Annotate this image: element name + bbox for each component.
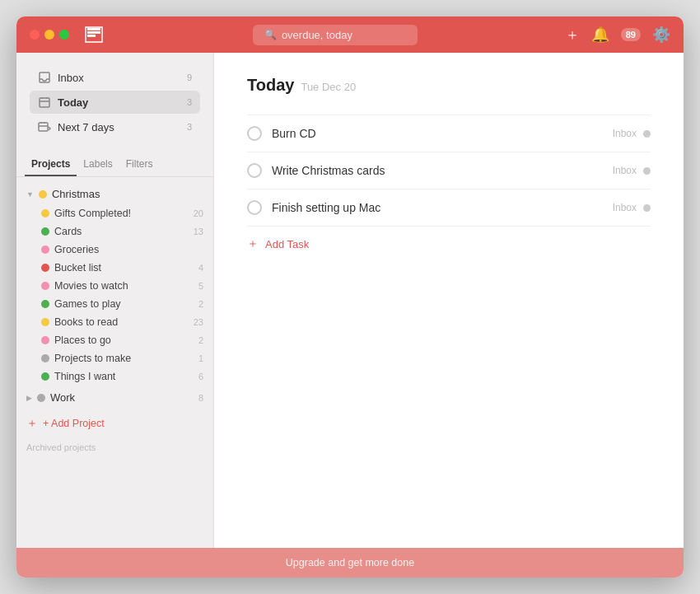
project-item-cards[interactable]: Cards 13 [16,222,213,241]
task-item: Burn CD Inbox [247,115,651,152]
task-name-1: Burn CD [272,127,603,140]
task-meta-1: Inbox [613,128,651,139]
places-label: Places to go [54,334,194,346]
content-area: Today Tue Dec 20 Burn CD Inbox [214,53,684,548]
task-meta-3: Inbox [613,202,651,213]
page-header: Today Tue Dec 20 [247,76,651,95]
project-group-work-header[interactable]: ▶ Work 8 [16,387,213,408]
games-count: 2 [198,299,203,309]
games-label: Games to play [54,298,194,310]
today-count: 3 [187,97,192,107]
inbox-icon [38,71,51,84]
task-name-2: Write Christmas cards [272,164,603,177]
bell-icon[interactable]: 🔔 [591,27,609,42]
archived-projects-link[interactable]: Archived projects [16,436,213,459]
things-label: Things I want [54,371,194,382]
add-task-button[interactable]: ＋ Add Task [247,227,651,261]
books-dot [41,318,49,326]
task-item: Write Christmas cards Inbox [247,152,651,189]
tab-projects[interactable]: Projects [25,153,77,176]
places-count: 2 [198,335,203,345]
tab-filters[interactable]: Filters [119,153,160,176]
footer[interactable]: Upgrade and get more done [16,548,684,578]
projects-make-dot [41,354,49,362]
projects-make-label: Projects to make [54,353,194,364]
project-item-gifts[interactable]: Gifts Completed! 20 [16,204,213,222]
search-icon: 🔍 [264,29,277,40]
project-item-games[interactable]: Games to play 2 [16,295,213,313]
project-group-work: ▶ Work 8 [16,387,213,408]
project-group-christmas: ▼ Christmas Gifts Completed! 20 Cards 13 [16,184,213,386]
places-dot [41,336,49,344]
expand-icon: ▼ [26,190,34,199]
bucket-dot [41,264,49,272]
tab-labels[interactable]: Labels [77,153,119,176]
cards-count: 13 [194,227,203,236]
gifts-dot [41,209,49,217]
books-label: Books to read [54,316,189,328]
cards-dot [41,227,49,236]
task-meta-2: Inbox [613,165,651,176]
sidebar-item-today[interactable]: Today 3 [30,91,200,114]
movies-count: 5 [198,281,203,291]
task-tag-1: Inbox [613,128,637,139]
project-item-books[interactable]: Books to read 23 [16,313,213,331]
projects-make-count: 1 [198,353,203,363]
task-dot-1 [643,130,651,138]
task-name-3: Finish setting up Mac [272,201,603,214]
task-dot-3 [643,204,651,212]
gifts-count: 20 [194,208,203,218]
movies-dot [41,282,49,290]
inbox-label: Inbox [58,72,180,84]
task-tag-3: Inbox [613,202,637,213]
inbox-count: 9 [187,72,192,82]
today-icon [38,96,51,109]
project-item-bucket[interactable]: Bucket list 4 [16,259,213,277]
bucket-label: Bucket list [54,262,194,274]
project-item-projects-make[interactable]: Projects to make 1 [16,349,213,367]
today-label: Today [58,96,180,109]
notification-badge: 89 [621,28,641,41]
bucket-count: 4 [198,263,203,273]
settings-icon[interactable]: ⚙️ [652,27,670,42]
project-item-groceries[interactable]: Groceries [16,241,213,259]
work-label: Work [50,391,194,404]
add-project-button[interactable]: ＋ + Add Project [16,411,213,436]
work-dot [37,394,45,402]
page-date: Tue Dec 20 [301,81,356,93]
page-title: Today [247,76,294,95]
task-checkbox-1[interactable] [247,126,262,141]
maximize-button[interactable] [59,30,69,40]
content-inner: Today Tue Dec 20 Burn CD Inbox [214,53,684,548]
add-button[interactable]: ＋ [565,27,580,42]
games-dot [41,300,49,308]
task-list: Burn CD Inbox Write Christmas cards Inbo… [247,115,651,261]
task-tag-2: Inbox [613,165,637,176]
add-task-icon: ＋ [247,236,259,251]
search-bar[interactable]: 🔍 overdue, today [105,25,565,45]
close-button[interactable] [30,30,40,40]
groceries-dot [41,246,49,254]
sidebar: Inbox 9 Today 3 [16,53,214,548]
task-checkbox-2[interactable] [247,163,262,178]
groceries-label: Groceries [54,244,198,255]
next7-icon [38,120,51,133]
task-dot-2 [643,167,651,175]
sidebar-item-inbox[interactable]: Inbox 9 [30,66,200,89]
logo-icon [84,25,104,44]
sidebar-item-next7[interactable]: Next 7 days 3 [30,115,200,138]
task-checkbox-3[interactable] [247,200,262,215]
project-item-places[interactable]: Places to go 2 [16,331,213,349]
project-item-movies[interactable]: Movies to watch 5 [16,277,213,295]
project-group-christmas-header[interactable]: ▼ Christmas [16,184,213,204]
add-project-label: + Add Project [43,418,105,429]
task-item: Finish setting up Mac Inbox [247,189,651,227]
app-logo [82,23,105,46]
sidebar-nav: Inbox 9 Today 3 [16,53,213,147]
minimize-button[interactable] [44,30,54,40]
add-task-label: Add Task [265,238,309,250]
things-dot [41,372,49,381]
cards-label: Cards [54,226,189,237]
project-item-things[interactable]: Things I want 6 [16,367,213,386]
things-count: 6 [198,372,203,381]
